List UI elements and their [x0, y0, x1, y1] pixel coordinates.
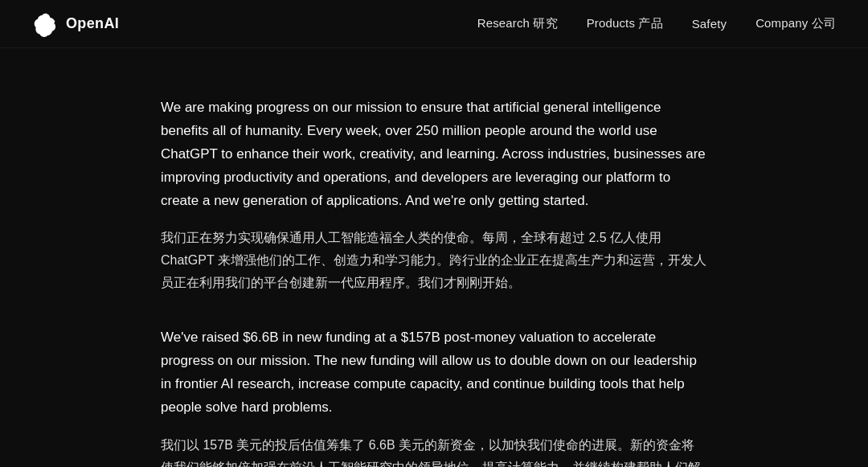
main-content: We are making progress on our mission to…	[0, 48, 868, 467]
logo-text: OpenAI	[66, 15, 119, 32]
paragraph-2-zh: 我们以 157B 美元的投后估值筹集了 6.6B 美元的新资金，以加快我们使命的…	[161, 434, 707, 467]
nav-item-products[interactable]: Products 产品	[587, 16, 663, 31]
paragraph-block-2: We've raised $6.6B in new funding at a $…	[161, 326, 707, 467]
nav-item-company[interactable]: Company 公司	[755, 16, 836, 31]
nav-item-safety[interactable]: Safety	[692, 17, 727, 31]
nav-links: Research 研究 Products 产品 Safety Company 公…	[477, 16, 836, 31]
logo[interactable]: OpenAI	[32, 11, 119, 37]
openai-logo-icon	[32, 11, 58, 37]
paragraph-1-zh: 我们正在努力实现确保通用人工智能造福全人类的使命。每周，全球有超过 2.5 亿人…	[161, 227, 707, 294]
paragraph-1-en: We are making progress on our mission to…	[161, 96, 707, 212]
paragraph-2-en: We've raised $6.6B in new funding at a $…	[161, 326, 707, 420]
navbar: OpenAI Research 研究 Products 产品 Safety Co…	[0, 0, 868, 48]
nav-item-research[interactable]: Research 研究	[477, 16, 558, 31]
paragraph-block-1: We are making progress on our mission to…	[161, 96, 707, 294]
